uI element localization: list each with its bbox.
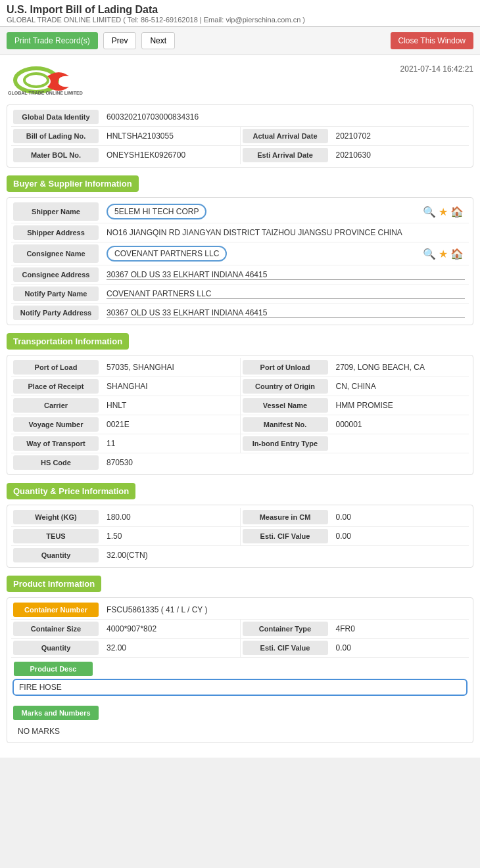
print-button[interactable]: Print Trade Record(s) [7, 32, 98, 49]
voyage-value: 0021E [103, 415, 240, 434]
consignee-search-icon[interactable]: 🔍 [423, 248, 436, 260]
voyage-label: Voyage Number [13, 417, 99, 432]
esti-cif-cell: Esti. CIF Value 0.00 [240, 527, 469, 545]
country-origin-label: Country of Origin [243, 379, 328, 394]
svg-point-1 [24, 74, 48, 87]
weight-cell: Weight (KG) 180.00 [11, 508, 240, 526]
inbond-value [332, 434, 469, 453]
port-load-label: Port of Load [13, 360, 99, 375]
vessel-cell: Vessel Name HMM PROMISE [240, 396, 469, 415]
quantity-price-card: Weight (KG) 180.00 Measure in CM 0.00 TE… [7, 505, 473, 568]
port-load-value: 57035, SHANGHAI [103, 358, 240, 377]
gto-logo: GLOBAL TRADE ONLINE LIMITED [7, 62, 92, 98]
vessel-label: Vessel Name [243, 398, 328, 413]
prev-button[interactable]: Prev [103, 32, 137, 49]
master-bol-cell: Mater BOL No. ONEYSH1EK0926700 [11, 146, 240, 164]
notify-name-label: Notify Party Name [13, 286, 99, 301]
container-number-row: Container Number FSCU5861335 ( 41 / L / … [11, 601, 469, 620]
close-button[interactable]: Close This Window [391, 32, 473, 49]
manifest-cell: Manifest No. 000001 [240, 415, 469, 434]
page-subtitle: GLOBAL TRADE ONLINE LIMITED ( Tel: 86-51… [7, 16, 473, 24]
next-button[interactable]: Next [141, 32, 175, 49]
manifest-label: Manifest No. [243, 417, 328, 432]
hs-row: HS Code 870530 [11, 453, 469, 472]
port-unload-value: 2709, LONG BEACH, CA [332, 358, 469, 377]
consignee-star-icon[interactable]: ★ [439, 248, 448, 260]
shipper-home-icon[interactable]: 🏠 [450, 206, 464, 218]
product-quantity-value: 32.00 [103, 639, 240, 657]
transport-title: Transportation Information [7, 333, 129, 350]
container-size-label: Container Size [13, 622, 99, 636]
product-title: Product Information [7, 576, 101, 592]
notify-address-row: Notify Party Address 30367 OLD US 33 ELK… [11, 304, 469, 322]
place-origin-row: Place of Receipt SHANGHAI Country of Ori… [11, 377, 469, 396]
container-number-value: FSCU5861335 ( 41 / L / CY ) [103, 601, 469, 619]
port-unload-cell: Port of Unload 2709, LONG BEACH, CA [240, 358, 469, 377]
page-header: U.S. Import Bill of Lading Data GLOBAL T… [0, 0, 480, 27]
product-desc-box: FIRE HOSE [12, 679, 468, 696]
manifest-value: 000001 [332, 415, 469, 434]
identity-label: Global Data Identity [13, 110, 99, 124]
measure-label: Measure in CM [243, 510, 328, 524]
bol-no-value: HNLTSHA2103055 [103, 127, 240, 145]
shipper-star-icon[interactable]: ★ [439, 206, 448, 218]
marks-value: NO MARKS [11, 723, 469, 740]
notify-address-value: 30367 OLD US 33 ELKHART INDIANA 46415 [103, 304, 469, 322]
port-load-cell: Port of Load 57035, SHANGHAI [11, 358, 240, 377]
actual-arrival-value: 20210702 [332, 127, 469, 145]
container-size-type-row: Container Size 4000*907*802 Container Ty… [11, 620, 469, 639]
weight-value: 180.00 [103, 508, 240, 526]
product-quantity-label: Quantity [13, 641, 99, 655]
notify-name-row: Notify Party Name COVENANT PARTNERS LLC [11, 285, 469, 304]
quantity-row: Quantity 32.00(CTN) [11, 546, 469, 564]
consignee-name-value: COVENANT PARTNERS LLC [103, 242, 418, 265]
vessel-value: HMM PROMISE [332, 396, 469, 415]
esti-cif-label: Esti. CIF Value [243, 529, 328, 543]
consignee-address-label: Consignee Address [13, 267, 99, 282]
consignee-home-icon[interactable]: 🏠 [450, 248, 464, 260]
shipper-name-label: Shipper Name [13, 202, 99, 221]
shipper-address-label: Shipper Address [13, 225, 99, 240]
product-cif-label: Esti. CIF Value [243, 641, 328, 655]
way-transport-label: Way of Transport [13, 436, 99, 451]
container-size-value: 4000*907*802 [103, 620, 240, 638]
bol-row1: Bill of Lading No. HNLTSHA2103055 Actual… [11, 127, 469, 146]
buyer-supplier-title: Buyer & Supplier Information [7, 175, 139, 192]
bol-row2: Mater BOL No. ONEYSH1EK0926700 Esti Arri… [11, 146, 469, 164]
way-transport-value: 11 [103, 434, 240, 453]
hs-label: HS Code [13, 455, 99, 470]
quantity-price-title: Quantity & Price Information [7, 483, 135, 499]
country-origin-value: CN, CHINA [332, 377, 469, 396]
master-bol-label: Mater BOL No. [13, 148, 99, 162]
doc-header: GLOBAL TRADE ONLINE LIMITED 2021-07-14 1… [7, 62, 473, 98]
product-cif-cell: Esti. CIF Value 0.00 [240, 639, 469, 657]
shipper-address-value: NO16 JIANGQIN RD JIANGYAN DISTRICT TAIZH… [103, 223, 469, 242]
svg-text:GLOBAL TRADE ONLINE LIMITED: GLOBAL TRADE ONLINE LIMITED [8, 91, 83, 95]
way-transport-cell: Way of Transport 11 [11, 434, 240, 453]
transport-section: Transportation Information Port of Load … [7, 333, 473, 475]
logo-area: GLOBAL TRADE ONLINE LIMITED [7, 62, 92, 98]
place-receipt-value: SHANGHAI [103, 377, 240, 396]
weight-measure-row: Weight (KG) 180.00 Measure in CM 0.00 [11, 508, 469, 527]
page-title: U.S. Import Bill of Lading Data [7, 4, 473, 16]
identity-row: Global Data Identity 6003202107030008343… [11, 108, 469, 127]
esti-arrival-value: 20210630 [332, 146, 469, 164]
port-row: Port of Load 57035, SHANGHAI Port of Unl… [11, 358, 469, 377]
carrier-vessel-row: Carrier HNLT Vessel Name HMM PROMISE [11, 396, 469, 415]
shipper-search-icon[interactable]: 🔍 [423, 206, 436, 218]
actual-arrival-label: Actual Arrival Date [243, 129, 328, 143]
container-type-cell: Container Type 4FR0 [240, 620, 469, 638]
bol-no-cell: Bill of Lading No. HNLTSHA2103055 [11, 127, 240, 145]
voyage-cell: Voyage Number 0021E [11, 415, 240, 434]
inbond-cell: In-bond Entry Type [240, 434, 469, 453]
voyage-manifest-row: Voyage Number 0021E Manifest No. 000001 [11, 415, 469, 434]
hs-value: 870530 [103, 453, 469, 472]
carrier-cell: Carrier HNLT [11, 396, 240, 415]
quantity-label: Quantity [13, 548, 99, 562]
consignee-icons: 🔍 ★ 🏠 [418, 242, 469, 265]
toolbar: Print Trade Record(s) Prev Next Close Th… [0, 27, 480, 55]
esti-arrival-cell: Esti Arrival Date 20210630 [240, 146, 469, 164]
marks-label: Marks and Numbers [13, 706, 99, 720]
container-type-label: Container Type [243, 622, 328, 636]
buyer-supplier-card: Shipper Name 5ELEM HI TECH CORP 🔍 ★ 🏠 Sh… [7, 197, 473, 325]
